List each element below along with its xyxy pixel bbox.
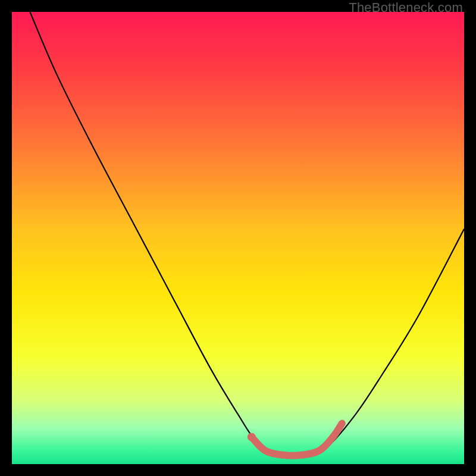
- highlight-dot: [248, 433, 256, 441]
- watermark-text: TheBottleneck.com: [349, 0, 463, 15]
- bottleneck-chart: [12, 12, 464, 464]
- gradient-background: [12, 12, 464, 464]
